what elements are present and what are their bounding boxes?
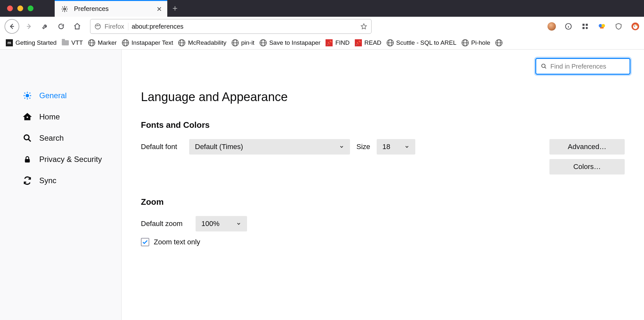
bookmark-label: Pi-hole xyxy=(471,39,490,46)
sidebar-item-home[interactable]: Home xyxy=(0,106,121,127)
sidebar-item-search[interactable]: Search xyxy=(0,127,121,149)
sidebar-item-label: General xyxy=(39,91,67,100)
window-zoom-button[interactable] xyxy=(28,5,33,11)
globe-icon xyxy=(178,39,185,46)
window-close-button[interactable] xyxy=(7,5,13,11)
default-zoom-label: Default zoom xyxy=(141,220,189,228)
profile-avatar[interactable] xyxy=(547,22,556,31)
sidebar-item-label: Sync xyxy=(39,176,56,185)
svg-rect-5 xyxy=(583,27,584,29)
url-context: Firefox xyxy=(105,23,128,30)
svg-rect-4 xyxy=(586,24,588,26)
firefox-icon xyxy=(94,23,101,30)
default-font-label: Default font xyxy=(141,143,183,151)
svg-point-13 xyxy=(26,94,29,97)
default-font-row: Default font Default (Times) Size 18 Adv… xyxy=(141,139,625,155)
checkbox-label: Zoom text only xyxy=(154,238,200,246)
default-zoom-select[interactable]: 100% xyxy=(196,216,247,231)
tab-title: Preferences xyxy=(74,5,152,13)
duckduckgo-icon[interactable] xyxy=(631,22,639,31)
font-size-select[interactable]: 18 xyxy=(377,139,415,155)
default-zoom-row: Default zoom 100% xyxy=(141,216,625,231)
bookmark-item[interactable]: Marker xyxy=(88,39,117,46)
globe-icon xyxy=(232,39,239,46)
advanced-fonts-button[interactable]: Advanced… xyxy=(549,139,625,155)
chevron-down-icon xyxy=(404,144,409,149)
tab-close-button[interactable] xyxy=(156,6,162,12)
sidebar-item-label: Search xyxy=(39,134,64,143)
svg-point-8 xyxy=(602,24,605,27)
window-minimize-button[interactable] xyxy=(17,5,23,11)
bookmark-item[interactable] xyxy=(495,39,502,46)
url-bar[interactable]: Firefox about:preferences xyxy=(90,19,372,34)
preferences-sidebar: General Home Search Privacy & Security S… xyxy=(0,50,122,320)
bookmark-item[interactable]: Scuttle - SQL to AREL xyxy=(387,39,456,46)
fonts-heading: Fonts and Colors xyxy=(141,120,625,130)
colors-row: Colors… xyxy=(141,159,625,174)
home-icon xyxy=(23,112,32,122)
globe-icon xyxy=(387,39,394,46)
svg-rect-3 xyxy=(583,24,584,26)
pin-icon: 📌 xyxy=(355,39,362,46)
bookmark-label: pin-it xyxy=(241,39,254,46)
new-tab-button[interactable] xyxy=(167,0,183,17)
preferences-main: General Home Search Privacy & Security S… xyxy=(0,50,644,320)
zoom-text-only-row[interactable]: Zoom text only xyxy=(141,238,625,246)
svg-rect-16 xyxy=(25,159,30,163)
globe-icon xyxy=(462,39,469,46)
browser-tab[interactable]: Preferences xyxy=(55,0,167,17)
reload-button[interactable] xyxy=(55,20,68,33)
bookmark-item[interactable]: McReadability xyxy=(178,39,226,46)
apps-grid-icon[interactable] xyxy=(581,22,589,31)
sidebar-item-general[interactable]: General xyxy=(0,85,121,106)
select-value: 18 xyxy=(382,143,390,151)
extension-icon[interactable] xyxy=(598,22,606,31)
svg-point-17 xyxy=(542,64,545,68)
back-button[interactable] xyxy=(5,19,19,34)
forward-button[interactable] xyxy=(23,20,35,33)
sidebar-item-privacy[interactable]: Privacy & Security xyxy=(0,149,121,170)
select-value: 100% xyxy=(201,220,219,228)
developer-button[interactable] xyxy=(39,20,51,33)
nav-toolbar: Firefox about:preferences xyxy=(0,17,644,36)
select-value: Default (Times) xyxy=(195,143,243,151)
bookmark-label: Marker xyxy=(98,39,117,46)
bookmark-label: FIND xyxy=(335,39,349,46)
svg-point-1 xyxy=(95,24,101,29)
bookmark-label: Instapaper Text xyxy=(132,39,173,46)
folder-icon xyxy=(62,40,69,45)
shield-icon[interactable] xyxy=(614,22,623,31)
gear-icon xyxy=(23,91,32,100)
bookmark-item[interactable]: Save to Instapaper xyxy=(260,39,321,46)
gear-icon xyxy=(60,4,69,14)
svg-point-12 xyxy=(634,26,635,27)
window-controls xyxy=(0,0,55,17)
sidebar-item-sync[interactable]: Sync xyxy=(0,170,121,191)
bookmark-item[interactable]: pin-it xyxy=(232,39,254,46)
bookmark-item[interactable]: Pi-hole xyxy=(462,39,490,46)
preferences-search[interactable] xyxy=(535,58,630,75)
bookmark-label: VTT xyxy=(71,39,83,46)
checkbox[interactable] xyxy=(141,238,149,246)
bookmark-item[interactable]: Instapaper Text xyxy=(122,39,173,46)
bookmark-label: Getting Started xyxy=(15,39,57,46)
bookmark-item[interactable]: mGetting Started xyxy=(6,39,57,46)
section-title: Language and Appearance xyxy=(141,90,625,104)
button-label: Advanced… xyxy=(568,143,606,151)
pin-icon: 📌 xyxy=(326,39,333,46)
preferences-content: Language and Appearance Fonts and Colors… xyxy=(122,50,644,320)
globe-icon xyxy=(122,39,129,46)
bookmark-item[interactable]: VTT xyxy=(62,39,83,46)
default-font-select[interactable]: Default (Times) xyxy=(189,139,350,155)
bookmark-item[interactable]: 📌READ xyxy=(355,39,382,46)
home-button[interactable] xyxy=(71,20,84,33)
bookmark-label: McReadability xyxy=(188,39,226,46)
bookmark-star-icon[interactable] xyxy=(360,23,367,30)
svg-point-0 xyxy=(64,8,66,10)
info-icon[interactable] xyxy=(564,22,573,31)
bookmark-item[interactable]: 📌FIND xyxy=(326,39,349,46)
svg-rect-9 xyxy=(600,27,604,28)
globe-icon xyxy=(260,39,267,46)
preferences-search-input[interactable] xyxy=(550,63,632,70)
colors-button[interactable]: Colors… xyxy=(549,159,625,174)
